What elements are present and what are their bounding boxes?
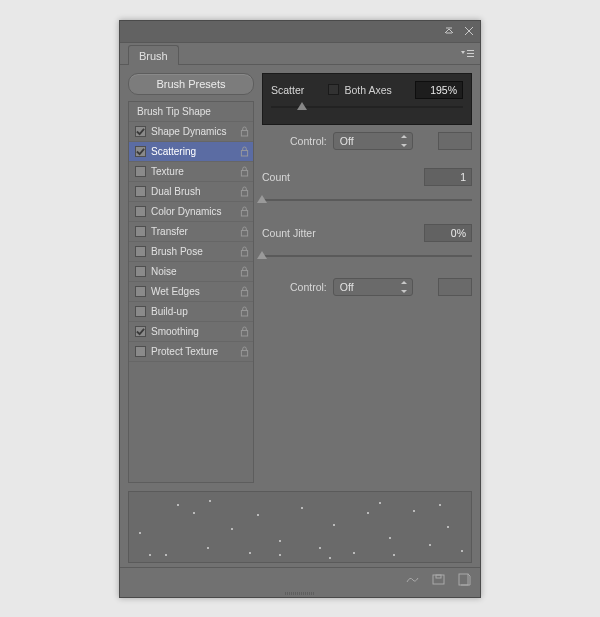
option-checkbox[interactable] xyxy=(135,126,146,137)
scatter-control-extra[interactable] xyxy=(438,132,472,150)
preview-dot xyxy=(279,554,281,556)
brush-presets-button[interactable]: Brush Presets xyxy=(128,73,254,95)
lock-icon[interactable] xyxy=(239,265,249,277)
svg-rect-19 xyxy=(436,575,441,578)
preview-dot xyxy=(231,528,233,530)
resize-grip[interactable] xyxy=(120,591,480,597)
svg-rect-5 xyxy=(467,56,474,57)
option-checkbox[interactable] xyxy=(135,326,146,337)
scatter-label: Scatter xyxy=(271,84,304,96)
option-row-dual-brush[interactable]: Dual Brush xyxy=(129,182,253,202)
option-checkbox[interactable] xyxy=(135,226,146,237)
count-row: Count 1 xyxy=(262,167,472,187)
preview-dot xyxy=(249,552,251,554)
svg-rect-18 xyxy=(433,575,444,584)
jitter-control-extra[interactable] xyxy=(438,278,472,296)
collapse-icon[interactable] xyxy=(442,24,456,38)
lock-icon[interactable] xyxy=(239,185,249,197)
both-axes-label: Both Axes xyxy=(345,84,392,96)
option-row-scattering[interactable]: Scattering xyxy=(129,142,253,162)
svg-rect-3 xyxy=(467,50,474,51)
option-row-smoothing[interactable]: Smoothing xyxy=(129,322,253,342)
lock-icon[interactable] xyxy=(239,125,249,137)
option-row-brush-pose[interactable]: Brush Pose xyxy=(129,242,253,262)
scatter-value[interactable]: 195% xyxy=(415,81,463,99)
jitter-control-value: Off xyxy=(340,281,354,293)
preview-dot xyxy=(209,500,211,502)
option-checkbox[interactable] xyxy=(135,246,146,257)
option-checkbox[interactable] xyxy=(135,166,146,177)
preview-dot xyxy=(329,557,331,559)
option-row-color-dynamics[interactable]: Color Dynamics xyxy=(129,202,253,222)
lock-icon[interactable] xyxy=(239,205,249,217)
option-label: Dual Brush xyxy=(151,186,234,197)
option-row-shape-dynamics[interactable]: Shape Dynamics xyxy=(129,122,253,142)
svg-rect-9 xyxy=(241,190,247,195)
tab-brush[interactable]: Brush xyxy=(128,45,179,65)
scatter-control-label: Control: xyxy=(290,135,327,147)
panel-menu-icon[interactable] xyxy=(460,48,474,60)
option-row-noise[interactable]: Noise xyxy=(129,262,253,282)
jitter-label: Count Jitter xyxy=(262,227,316,239)
option-checkbox[interactable] xyxy=(135,186,146,197)
option-checkbox[interactable] xyxy=(135,306,146,317)
option-checkbox[interactable] xyxy=(135,286,146,297)
lock-icon[interactable] xyxy=(239,145,249,157)
scatter-slider[interactable] xyxy=(271,102,463,114)
option-row-build-up[interactable]: Build-up xyxy=(129,302,253,322)
both-axes-checkbox[interactable] xyxy=(328,84,339,95)
lock-icon[interactable] xyxy=(239,345,249,357)
new-preset-icon[interactable] xyxy=(430,571,446,587)
option-row-texture[interactable]: Texture xyxy=(129,162,253,182)
preview-dot xyxy=(429,544,431,546)
count-slider[interactable] xyxy=(262,195,472,207)
option-checkbox[interactable] xyxy=(135,206,146,217)
svg-rect-8 xyxy=(241,170,247,175)
lock-icon[interactable] xyxy=(239,325,249,337)
create-brush-icon[interactable] xyxy=(456,571,472,587)
toggle-preview-icon[interactable] xyxy=(404,571,420,587)
lock-icon[interactable] xyxy=(239,305,249,317)
svg-rect-15 xyxy=(241,310,247,315)
option-checkbox[interactable] xyxy=(135,266,146,277)
svg-rect-4 xyxy=(467,53,474,54)
option-label: Color Dynamics xyxy=(151,206,234,217)
preview-dot xyxy=(333,524,335,526)
left-column: Brush Presets Brush Tip Shape Shape Dyna… xyxy=(128,73,254,483)
option-checkbox[interactable] xyxy=(135,146,146,157)
option-row-protect-texture[interactable]: Protect Texture xyxy=(129,342,253,362)
preview-dot xyxy=(257,514,259,516)
preview-dot xyxy=(393,554,395,556)
jitter-value[interactable]: 0% xyxy=(424,224,472,242)
preview-dot xyxy=(379,502,381,504)
option-label: Texture xyxy=(151,166,234,177)
scatter-control-dropdown[interactable]: Off xyxy=(333,132,413,150)
lock-icon[interactable] xyxy=(239,285,249,297)
scatter-control-value: Off xyxy=(340,135,354,147)
lock-icon[interactable] xyxy=(239,165,249,177)
brush-panel: Brush Brush Presets Brush Tip Shape Shap… xyxy=(119,20,481,598)
lock-icon[interactable] xyxy=(239,245,249,257)
preview-dot xyxy=(439,504,441,506)
jitter-control-dropdown[interactable]: Off xyxy=(333,278,413,296)
preview-dot xyxy=(193,512,195,514)
preview-dot xyxy=(207,547,209,549)
preview-dot xyxy=(319,547,321,549)
option-label: Shape Dynamics xyxy=(151,126,234,137)
preview-dot xyxy=(353,552,355,554)
option-row-transfer[interactable]: Transfer xyxy=(129,222,253,242)
right-column: Scatter Both Axes 195% Control: Off xyxy=(262,73,472,483)
svg-rect-12 xyxy=(241,250,247,255)
close-icon[interactable] xyxy=(462,24,476,38)
preview-dot xyxy=(149,554,151,556)
count-label: Count xyxy=(262,171,290,183)
option-label: Transfer xyxy=(151,226,234,237)
option-checkbox[interactable] xyxy=(135,346,146,357)
count-value[interactable]: 1 xyxy=(424,168,472,186)
brush-tip-shape-row[interactable]: Brush Tip Shape xyxy=(129,102,253,122)
jitter-slider[interactable] xyxy=(262,251,472,263)
jitter-control-label: Control: xyxy=(290,281,327,293)
preview-dot xyxy=(447,526,449,528)
lock-icon[interactable] xyxy=(239,225,249,237)
option-row-wet-edges[interactable]: Wet Edges xyxy=(129,282,253,302)
